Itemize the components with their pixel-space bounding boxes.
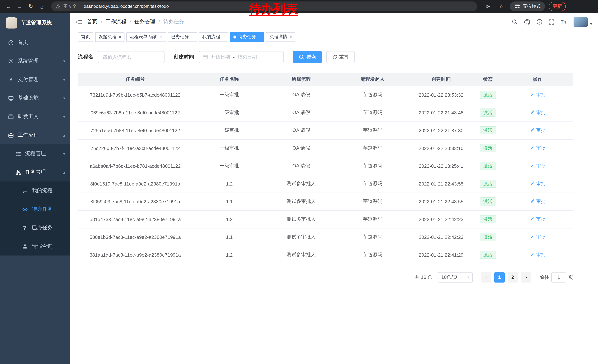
close-icon[interactable]: × xyxy=(258,35,261,39)
cell-name: 1.2 xyxy=(193,246,266,264)
fontsize-icon[interactable]: TT xyxy=(561,19,567,25)
key-icon[interactable] xyxy=(483,1,493,11)
sidebar-item-label: 请假查询 xyxy=(32,243,53,250)
approve-link[interactable]: 审批 xyxy=(530,234,546,240)
breadcrumb-item[interactable]: 任务管理 xyxy=(134,18,155,25)
cell-action: 审批 xyxy=(502,86,573,104)
tab-my-process[interactable]: 我的流程× xyxy=(199,32,228,42)
sidebar-item-label: 待办任务 xyxy=(32,206,53,212)
avatar[interactable] xyxy=(573,17,588,27)
tab-home[interactable]: 首页 xyxy=(78,32,93,42)
next-page-button[interactable]: › xyxy=(521,272,531,282)
cell-initiator: 芋道源码 xyxy=(336,193,409,210)
home-icon[interactable]: ⌂ xyxy=(37,1,47,11)
cell-status: 激活 xyxy=(473,193,502,210)
tab-done-task[interactable]: 已办任务× xyxy=(168,32,197,42)
date-range-picker[interactable]: 开始日期 - 结束日期 xyxy=(199,51,284,63)
edit-icon xyxy=(530,128,534,133)
sidebar-item-home[interactable]: 首页 xyxy=(0,33,70,52)
caret-down-icon[interactable]: ▾ xyxy=(590,22,592,26)
close-icon[interactable]: × xyxy=(119,35,121,39)
sidebar-item-process-mgmt[interactable]: 流程管理▾ xyxy=(0,145,70,163)
browser-chrome: ← → ↻ ⌂ 不安全 dashboard.yudao.iocoder.cn/b… xyxy=(0,0,598,13)
page-button-1[interactable]: 1 xyxy=(494,272,505,282)
sidebar-item-todo-task[interactable]: 待办任务 xyxy=(0,200,70,218)
page-size-select[interactable]: 10条/页 ▾ xyxy=(438,272,473,282)
security-label[interactable]: 不安全 xyxy=(63,3,77,9)
breadcrumb-item[interactable]: 首页 xyxy=(87,18,98,25)
breadcrumb-item[interactable]: 工作流程 xyxy=(106,18,126,25)
approve-link[interactable]: 审批 xyxy=(530,109,546,116)
page-todo-tasks: 流程名 创建时间 开始日期 - 结束日期 搜索 重 xyxy=(70,43,598,364)
page-button-2[interactable]: 2 xyxy=(507,272,518,282)
approve-link[interactable]: 审批 xyxy=(530,91,546,98)
update-button[interactable]: 更新 xyxy=(549,2,566,11)
tab-todo-task[interactable]: 待办任务× xyxy=(230,32,264,42)
process-icon xyxy=(15,151,22,156)
sidebar-item-leave-query[interactable]: 请假查询 xyxy=(0,237,70,256)
status-badge: 激活 xyxy=(480,162,496,170)
svg-text:?: ? xyxy=(538,20,540,24)
tab-form-edit[interactable]: 流程表单-编辑× xyxy=(126,32,166,42)
hamburger-icon[interactable] xyxy=(75,19,82,25)
search-btn-icon xyxy=(299,54,305,60)
tab-process-detail[interactable]: 流程详情× xyxy=(266,32,295,42)
goto-page-input[interactable] xyxy=(551,272,566,282)
table-row: 580e1b3d-7ac8-11ec-a9e2-a2380e71991a1.1测… xyxy=(78,228,573,246)
approve-link[interactable]: 审批 xyxy=(530,127,546,134)
sidebar-item-done-task[interactable]: 已办任务 xyxy=(0,218,70,237)
github-icon[interactable] xyxy=(524,19,530,25)
approve-link[interactable]: 审批 xyxy=(530,251,546,258)
approve-link[interactable]: 审批 xyxy=(530,180,546,187)
tab-start-process[interactable]: 发起流程× xyxy=(95,32,125,42)
breadcrumb-separator: / xyxy=(158,19,160,25)
close-icon[interactable]: × xyxy=(222,35,225,39)
question-icon[interactable]: ? xyxy=(537,19,542,25)
url-text[interactable]: dashboard.yudao.iocoder.cn/bpm/task/todo xyxy=(84,4,169,9)
incognito-label: 无痕模式 xyxy=(523,3,540,9)
sidebar-item-task-mgmt[interactable]: 任务管理▴ xyxy=(0,163,70,181)
range-separator: - xyxy=(233,54,235,60)
sidebar-item-label: 工作流程 xyxy=(18,132,39,138)
sidebar-logo[interactable]: 芋道管理系统 xyxy=(0,13,70,33)
caret-down-icon: ▾ xyxy=(467,275,469,279)
close-icon[interactable]: × xyxy=(191,35,194,39)
workflow-icon xyxy=(8,132,14,138)
refresh-icon[interactable]: ↻ xyxy=(26,1,36,11)
status-badge: 激活 xyxy=(480,108,496,117)
fullscreen-icon[interactable] xyxy=(549,19,554,25)
cell-time: 2022-01-22 21:48:48 xyxy=(409,104,473,121)
sidebar-item-infrastructure[interactable]: 基础设施▾ xyxy=(0,89,70,107)
approve-link[interactable]: 审批 xyxy=(530,145,546,152)
process-name-input[interactable] xyxy=(98,51,165,63)
sidebar-item-workflow[interactable]: 工作流程▴ xyxy=(0,126,70,145)
tab-label: 流程详情 xyxy=(269,34,287,40)
cell-status: 激活 xyxy=(473,121,502,139)
reset-button[interactable]: 重置 xyxy=(326,51,355,63)
status-badge: 激活 xyxy=(480,233,496,241)
approve-label: 审批 xyxy=(536,251,546,258)
search-icon[interactable] xyxy=(512,19,518,25)
breadcrumb-separator: / xyxy=(101,19,102,25)
forward-icon[interactable]: → xyxy=(15,1,25,11)
status-badge: 激活 xyxy=(480,215,496,224)
sidebar-item-devtools[interactable]: 研发工具▾ xyxy=(0,107,70,126)
approve-link[interactable]: 审批 xyxy=(530,162,546,169)
approve-link[interactable]: 审批 xyxy=(530,216,546,223)
prev-page-button[interactable]: ‹ xyxy=(481,272,491,282)
approve-link[interactable]: 审批 xyxy=(530,198,546,205)
incognito-icon xyxy=(514,4,521,8)
sidebar-item-payment[interactable]: ¥支付管理▾ xyxy=(0,70,70,89)
close-icon[interactable]: × xyxy=(160,35,163,39)
cell-name: 一级审批 xyxy=(193,86,266,104)
close-icon[interactable]: × xyxy=(289,35,292,39)
star-icon[interactable]: ☆ xyxy=(497,1,506,11)
column-header: 所属流程 xyxy=(266,73,336,86)
sidebar-item-system[interactable]: 系统管理▾ xyxy=(0,52,70,70)
browser-menu-icon[interactable]: ⋮ xyxy=(569,3,576,10)
sidebar-item-my-process[interactable]: 我的流程 xyxy=(0,181,70,200)
back-icon[interactable]: ← xyxy=(4,1,13,11)
page-buttons: 12 xyxy=(494,272,518,282)
search-button[interactable]: 搜索 xyxy=(293,51,322,63)
screen: ← → ↻ ⌂ 不安全 dashboard.yudao.iocoder.cn/b… xyxy=(0,0,598,364)
